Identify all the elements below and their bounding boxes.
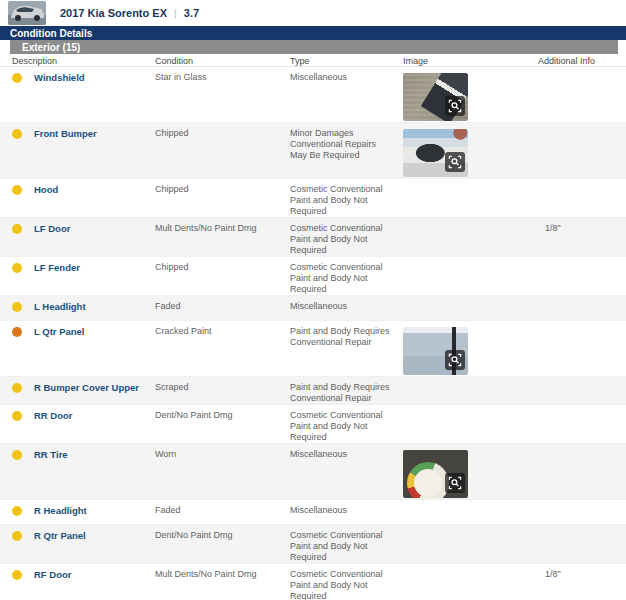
row-description-link[interactable]: L Headlight: [34, 301, 86, 313]
condition-table-body: Windshield Star in Glass Miscellaneous F…: [0, 67, 626, 600]
row-type: Cosmetic Conventional Paint and Body Not…: [290, 184, 403, 217]
severity-dot-icon: [12, 185, 22, 195]
description-cell: LF Fender: [12, 262, 155, 295]
row-condition: Worn: [155, 449, 290, 499]
row-type: Miscellaneous: [290, 505, 403, 524]
description-cell: Hood: [12, 184, 155, 217]
row-additional-info: 1/8": [538, 223, 618, 256]
severity-dot-icon: [12, 129, 22, 139]
row-additional-info: [538, 449, 618, 499]
severity-dot-icon: [12, 570, 22, 580]
row-condition: Dent/No Paint Dmg: [155, 530, 290, 563]
image-cell: [403, 449, 538, 499]
table-row: RF Door Mult Dents/No Paint Dmg Cosmetic…: [0, 564, 626, 600]
row-condition: Chipped: [155, 262, 290, 295]
row-condition: Mult Dents/No Paint Dmg: [155, 223, 290, 256]
row-description-link[interactable]: Windshield: [34, 72, 85, 84]
row-additional-info: [538, 530, 618, 563]
table-row: LF Fender Chipped Cosmetic Conventional …: [0, 257, 626, 296]
condition-details-header: Condition Details: [0, 26, 626, 40]
row-description-link[interactable]: R Headlight: [34, 505, 87, 517]
row-description-link[interactable]: LF Door: [34, 223, 70, 235]
condition-photo[interactable]: [403, 129, 468, 177]
row-description-link[interactable]: RR Door: [34, 410, 73, 422]
row-additional-info: [538, 262, 618, 295]
description-cell: L Qtr Panel: [12, 326, 155, 376]
row-additional-info: [538, 72, 618, 122]
row-additional-info: [538, 184, 618, 217]
image-cell: [403, 382, 538, 404]
zoom-image-icon[interactable]: [445, 473, 465, 493]
title-separator: |: [174, 7, 177, 19]
vehicle-thumbnail[interactable]: [8, 1, 46, 25]
description-cell: R Bumper Cover Upper: [12, 382, 155, 404]
row-type: Miscellaneous: [290, 72, 403, 122]
description-cell: LF Door: [12, 223, 155, 256]
row-additional-info: [538, 382, 618, 404]
image-cell: [403, 184, 538, 217]
col-header-image: Image: [403, 56, 538, 66]
vehicle-header-bar: 2017 Kia Sorento EX | 3.7: [0, 0, 626, 26]
row-condition: Chipped: [155, 128, 290, 178]
row-description-link[interactable]: L Qtr Panel: [34, 326, 85, 338]
row-additional-info: [538, 326, 618, 376]
severity-dot-icon: [12, 411, 22, 421]
condition-photo[interactable]: [403, 73, 468, 121]
col-header-condition: Condition: [155, 56, 290, 66]
row-type: Cosmetic Conventional Paint and Body Not…: [290, 410, 403, 443]
row-additional-info: 1/8": [538, 569, 618, 600]
image-cell: [403, 301, 538, 320]
description-cell: RR Door: [12, 410, 155, 443]
description-cell: Windshield: [12, 72, 155, 122]
exterior-section-label: Exterior (15): [22, 42, 80, 53]
row-description-link[interactable]: Front Bumper: [34, 128, 97, 140]
row-condition: Scraped: [155, 382, 290, 404]
row-type: Minor Damages Conventional Repairs May B…: [290, 128, 403, 178]
description-cell: RF Door: [12, 569, 155, 600]
severity-dot-icon: [12, 327, 22, 337]
description-cell: L Headlight: [12, 301, 155, 320]
zoom-image-icon[interactable]: [445, 96, 465, 116]
table-row: R Qtr Panel Dent/No Paint Dmg Cosmetic C…: [0, 525, 626, 564]
image-cell: [403, 128, 538, 178]
vehicle-photo-icon: [8, 1, 46, 25]
row-description-link[interactable]: LF Fender: [34, 262, 80, 274]
zoom-image-icon[interactable]: [445, 152, 465, 172]
row-condition: Faded: [155, 505, 290, 524]
description-cell: Front Bumper: [12, 128, 155, 178]
severity-dot-icon: [12, 73, 22, 83]
severity-dot-icon: [12, 263, 22, 273]
severity-dot-icon: [12, 450, 22, 460]
row-description-link[interactable]: Hood: [34, 184, 58, 196]
severity-dot-icon: [12, 531, 22, 541]
image-cell: [403, 262, 538, 295]
severity-dot-icon: [12, 383, 22, 393]
severity-dot-icon: [12, 302, 22, 312]
exterior-section-header[interactable]: Exterior (15): [10, 40, 618, 54]
condition-photo[interactable]: [403, 327, 468, 375]
description-cell: R Qtr Panel: [12, 530, 155, 563]
row-condition: Mult Dents/No Paint Dmg: [155, 569, 290, 600]
condition-photo[interactable]: [403, 450, 468, 498]
row-description-link[interactable]: RF Door: [34, 569, 71, 581]
table-row: Windshield Star in Glass Miscellaneous: [0, 67, 626, 123]
col-header-additional-info: Additional Info: [538, 56, 618, 66]
zoom-image-icon[interactable]: [445, 350, 465, 370]
row-description-link[interactable]: R Qtr Panel: [34, 530, 86, 542]
row-additional-info: [538, 128, 618, 178]
image-cell: [403, 326, 538, 376]
row-condition: Dent/No Paint Dmg: [155, 410, 290, 443]
row-type: Paint and Body Requires Conventional Rep…: [290, 382, 403, 404]
row-type: Cosmetic Conventional Paint and Body Not…: [290, 262, 403, 295]
row-additional-info: [538, 410, 618, 443]
description-cell: RR Tire: [12, 449, 155, 499]
row-type: Paint and Body Requires Conventional Rep…: [290, 326, 403, 376]
image-cell: [403, 530, 538, 563]
table-row: LF Door Mult Dents/No Paint Dmg Cosmetic…: [0, 218, 626, 257]
col-header-description: Description: [12, 56, 155, 66]
description-cell: R Headlight: [12, 505, 155, 524]
condition-details-label: Condition Details: [10, 28, 92, 39]
table-row: RR Door Dent/No Paint Dmg Cosmetic Conve…: [0, 405, 626, 444]
row-description-link[interactable]: R Bumper Cover Upper: [34, 382, 139, 394]
row-description-link[interactable]: RR Tire: [34, 449, 68, 461]
